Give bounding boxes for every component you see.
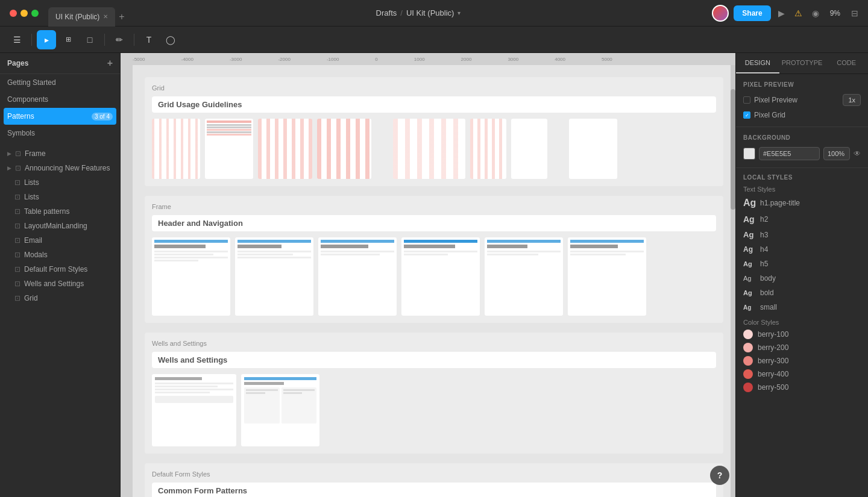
wells-thumb-1[interactable] [152,374,236,446]
text-style-body[interactable]: Ag body [743,273,861,284]
comment-tool[interactable]: ◯ [161,30,180,49]
layer-label-modals: Modals [24,251,48,259]
page-item-symbols[interactable]: Symbols [0,125,120,142]
color-style-berry-300[interactable]: berry-300 [743,356,861,366]
zoom-indicator[interactable]: 9% [826,7,844,20]
pixel-grid-checkbox[interactable]: ✓ [743,111,750,119]
background-visibility-icon[interactable]: 👁 [854,149,861,158]
frame-thumb-7[interactable] [511,119,547,179]
canvas-area[interactable]: -5000 -4000 -3000 -2000 -1000 0 1000 200… [121,53,735,497]
pixel-preview-label: Pixel Preview [743,96,797,104]
text-tool[interactable]: T [139,30,159,49]
frame-thumb-1[interactable] [152,119,200,179]
text-style-h2[interactable]: Ag h2 [743,213,861,225]
menu-button[interactable]: ☰ [7,30,27,49]
minimize-window-btn[interactable] [20,10,28,17]
shape-tool[interactable]: □ [80,30,99,49]
header-thumb-6[interactable] [568,237,646,316]
layer-item-grid[interactable]: ⊡ Grid [0,291,120,305]
wells-thumb-2[interactable] [241,374,319,446]
breadcrumb-drafts[interactable]: Drafts [376,8,397,17]
header-thumb-2[interactable] [235,237,313,316]
pages-label: Pages [7,59,28,67]
background-color-input[interactable] [759,147,820,160]
page-item-getting-started[interactable]: Getting Started [0,74,120,91]
page-item-components[interactable]: Components [0,91,120,108]
color-style-berry-200[interactable]: berry-200 [743,343,861,352]
layer-item-layout[interactable]: ⊡ LayoutMainLanding [0,219,120,233]
layer-item-modals[interactable]: ⊡ Modals [0,248,120,262]
frame-thumb-8[interactable] [569,119,617,179]
header-thumb-4[interactable] [401,237,480,316]
layer-item-forms[interactable]: ⊡ Default Form Styles [0,262,120,277]
avatar[interactable] [712,5,729,22]
layer-item-lists-1[interactable]: ⊡ Lists [0,175,120,190]
add-page-btn[interactable]: + [107,58,113,69]
section-label-frame: Frame [152,203,716,210]
file-tab[interactable]: UI Kit (Public) ✕ [48,7,115,27]
frame-thumb-3[interactable] [258,119,312,179]
pixel-preview-checkbox[interactable] [743,96,750,104]
layers-list: ▶ ⊡ Frame ▶ ⊡ Announcing New Features ⊡ … [0,146,120,497]
header-thumb-1[interactable] [152,237,230,316]
breadcrumb-file[interactable]: UI Kit (Public) [406,8,454,17]
frame-thumb-5[interactable] [393,119,465,179]
page-item-patterns[interactable]: Patterns 3 of 4 [4,108,116,125]
text-style-name-h1: h1.page-title [760,199,800,207]
text-style-h1[interactable]: Ag h1.page-title [743,196,861,210]
frame-thumb-2[interactable] [205,119,253,179]
color-style-berry-400[interactable]: berry-400 [743,369,861,379]
background-color-swatch[interactable] [743,148,755,160]
layer-item-frame[interactable]: ▶ ⊡ Frame [0,146,120,161]
layer-label-lists-2: Lists [24,193,39,201]
background-opacity-input[interactable] [823,147,850,160]
text-style-h4[interactable]: Ag h4 [743,244,861,255]
frame-icon: ⊡ [15,149,21,158]
eye-icon[interactable]: ◉ [810,6,822,20]
play-icon[interactable]: ▶ [776,6,787,20]
text-style-sample-h4: Ag [743,245,755,254]
ruler-vertical: -12000 -11000 -10000 -9000 -8000 -7000 -… [121,53,133,497]
section-label-grid: grid [152,84,716,92]
section-label-forms: Default Form Styles [152,470,716,478]
tab-design[interactable]: DESIGN [736,53,779,73]
topbar: UI Kit (Public) ✕ + Drafts / UI Kit (Pub… [0,0,868,27]
toolbar-separator-3 [134,34,134,46]
frame-tool[interactable]: ⊞ [58,30,78,49]
text-style-h5[interactable]: Ag h5 [743,258,861,269]
tab-prototype[interactable]: PROTOTYPE [779,53,825,73]
layer-item-announcing[interactable]: ▶ ⊡ Announcing New Features [0,161,120,175]
maximize-window-btn[interactable] [31,10,39,17]
pixel-scale-selector[interactable]: 1x [843,94,861,106]
layer-label-forms: Default Form Styles [24,265,87,274]
frame-icon-10: ⊡ [14,280,20,288]
frame-thumb-4[interactable] [317,119,371,179]
scrollbar-thumb[interactable] [731,89,735,210]
header-thumb-3[interactable] [318,237,397,316]
help-button[interactable]: ? [710,466,729,485]
layer-item-email[interactable]: ⊡ Email [0,233,120,248]
color-style-berry-500[interactable]: berry-500 [743,383,861,392]
warning-icon[interactable]: ⚠ [792,6,805,20]
grid-view-icon[interactable]: ⊟ [849,6,861,20]
text-style-small[interactable]: Ag small [743,302,861,313]
canvas-scroll-area[interactable]: grid Grid Usage Guidelines [133,65,735,497]
share-button[interactable]: Share [734,5,770,21]
color-style-berry-100[interactable]: berry-100 [743,330,861,339]
select-tool[interactable]: ▸ [37,30,56,49]
chevron-down-icon[interactable]: ▾ [458,10,461,16]
frame-thumb-6[interactable] [470,119,506,179]
pages-header: Pages + [0,53,120,74]
tab-code[interactable]: CODE [825,53,868,73]
layer-item-lists-2[interactable]: ⊡ Lists [0,190,120,204]
close-window-btn[interactable] [10,10,17,17]
header-thumb-5[interactable] [485,237,563,316]
text-style-bold[interactable]: Ag bold [743,287,861,298]
pen-tool[interactable]: ✏ [110,30,129,49]
layer-item-wells[interactable]: ⊡ Wells and Settings [0,277,120,291]
new-tab-btn[interactable]: + [119,11,124,22]
tab-close-icon[interactable]: ✕ [103,13,108,20]
text-style-h3[interactable]: Ag h3 [743,229,861,240]
vertical-scrollbar[interactable] [731,65,735,497]
layer-item-table[interactable]: ⊡ Table patterns [0,204,120,219]
